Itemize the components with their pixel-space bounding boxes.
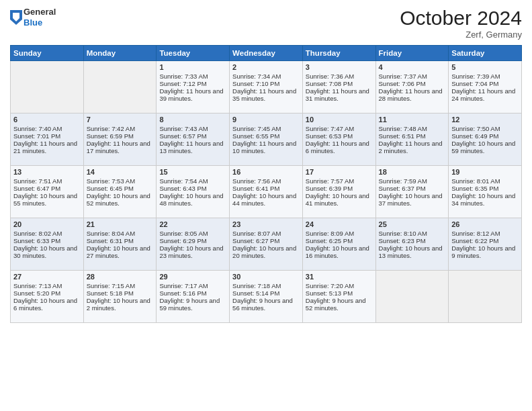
sunrise-text: Sunrise: 7:47 AM (306, 125, 354, 132)
calendar-cell: 10Sunrise: 7:47 AMSunset: 6:53 PMDayligh… (302, 113, 375, 166)
sunset-text: Sunset: 6:27 PM (232, 237, 279, 244)
header-cell-sunday: Sunday (11, 46, 84, 61)
daylight-text: Daylight: 10 hours and 6 minutes. (13, 297, 77, 312)
sunrise-text: Sunrise: 7:33 AM (159, 73, 208, 80)
sunrise-text: Sunrise: 7:56 AM (232, 177, 281, 185)
calendar-cell: 7Sunrise: 7:42 AMSunset: 6:59 PMDaylight… (83, 113, 157, 166)
calendar-cell: 13Sunrise: 7:51 AMSunset: 6:47 PMDayligh… (11, 166, 84, 218)
daylight-text: Daylight: 10 hours and 41 minutes. (306, 192, 369, 207)
header-cell-wednesday: Wednesday (230, 46, 303, 61)
sunset-text: Sunset: 7:01 PM (13, 132, 60, 140)
daylight-text: Daylight: 10 hours and 48 minutes. (159, 192, 223, 207)
calendar-cell: 25Sunrise: 8:10 AMSunset: 6:23 PMDayligh… (375, 218, 449, 271)
calendar-cell: 6Sunrise: 7:40 AMSunset: 7:01 PMDaylight… (11, 113, 84, 166)
calendar-cell: 27Sunrise: 7:13 AMSunset: 5:20 PMDayligh… (11, 271, 84, 323)
day-number: 10 (306, 116, 373, 124)
sunrise-text: Sunrise: 8:02 AM (13, 230, 62, 237)
header-cell-tuesday: Tuesday (157, 46, 230, 61)
daylight-text: Daylight: 10 hours and 9 minutes. (451, 244, 515, 259)
sunset-text: Sunset: 5:16 PM (159, 289, 206, 297)
daylight-text: Daylight: 11 hours and 35 minutes. (232, 87, 296, 102)
daylight-text: Daylight: 9 hours and 52 minutes. (306, 297, 366, 312)
sunset-text: Sunset: 7:08 PM (306, 80, 353, 87)
calendar-cell: 4Sunrise: 7:37 AMSunset: 7:06 PMDaylight… (375, 61, 449, 113)
daylight-text: Daylight: 10 hours and 23 minutes. (159, 244, 223, 259)
calendar-cell: 14Sunrise: 7:53 AMSunset: 6:45 PMDayligh… (83, 166, 157, 218)
sunset-text: Sunset: 5:18 PM (87, 289, 134, 297)
calendar-cell (11, 61, 84, 113)
header-cell-thursday: Thursday (302, 46, 375, 61)
sunrise-text: Sunrise: 8:10 AM (379, 230, 427, 237)
week-row-4: 20Sunrise: 8:02 AMSunset: 6:33 PMDayligh… (11, 218, 522, 271)
sunrise-text: Sunrise: 8:12 AM (451, 230, 500, 237)
day-number: 9 (232, 116, 300, 124)
day-number: 28 (87, 273, 154, 281)
sunrise-text: Sunrise: 7:17 AM (159, 282, 208, 289)
sunset-text: Sunset: 6:35 PM (451, 185, 498, 192)
sunrise-text: Sunrise: 7:53 AM (87, 177, 135, 185)
calendar-cell (83, 61, 157, 113)
calendar-cell: 5Sunrise: 7:39 AMSunset: 7:04 PMDaylight… (449, 61, 522, 113)
daylight-text: Daylight: 11 hours and 21 minutes. (13, 140, 77, 154)
calendar-cell: 12Sunrise: 7:50 AMSunset: 6:49 PMDayligh… (449, 113, 522, 166)
sunrise-text: Sunrise: 8:07 AM (232, 230, 281, 237)
calendar-cell: 18Sunrise: 7:59 AMSunset: 6:37 PMDayligh… (375, 166, 449, 218)
title-block: October 2024 Zerf, Germany (400, 7, 522, 40)
daylight-text: Daylight: 11 hours and 28 minutes. (379, 87, 443, 102)
calendar-cell: 16Sunrise: 7:56 AMSunset: 6:41 PMDayligh… (230, 166, 303, 218)
daylight-text: Daylight: 11 hours and 10 minutes. (232, 140, 296, 154)
sunrise-text: Sunrise: 7:18 AM (232, 282, 281, 289)
calendar-cell: 20Sunrise: 8:02 AMSunset: 6:33 PMDayligh… (11, 218, 84, 271)
sunset-text: Sunset: 7:10 PM (232, 80, 279, 87)
day-number: 5 (451, 63, 519, 71)
calendar-table: SundayMondayTuesdayWednesdayThursdayFrid… (10, 45, 522, 323)
calendar-cell: 15Sunrise: 7:54 AMSunset: 6:43 PMDayligh… (157, 166, 230, 218)
sunset-text: Sunset: 6:43 PM (159, 185, 206, 192)
calendar-cell: 28Sunrise: 7:15 AMSunset: 5:18 PMDayligh… (83, 271, 157, 323)
sunrise-text: Sunrise: 7:39 AM (451, 73, 500, 80)
sunset-text: Sunset: 5:14 PM (232, 289, 279, 297)
day-number: 18 (379, 168, 446, 176)
day-number: 4 (379, 63, 446, 71)
sunset-text: Sunset: 6:55 PM (232, 132, 279, 140)
calendar-cell: 11Sunrise: 7:48 AMSunset: 6:51 PMDayligh… (375, 113, 449, 166)
sunset-text: Sunset: 5:20 PM (13, 289, 60, 297)
calendar-cell: 24Sunrise: 8:09 AMSunset: 6:25 PMDayligh… (302, 218, 375, 271)
sunrise-text: Sunrise: 8:05 AM (159, 230, 208, 237)
day-number: 22 (159, 220, 226, 228)
daylight-text: Daylight: 10 hours and 13 minutes. (379, 244, 443, 259)
day-number: 2 (232, 63, 300, 71)
day-number: 1 (159, 63, 226, 71)
calendar-cell (375, 271, 449, 323)
sunset-text: Sunset: 6:33 PM (13, 237, 60, 244)
daylight-text: Daylight: 10 hours and 55 minutes. (13, 192, 77, 207)
day-number: 31 (306, 273, 373, 281)
daylight-text: Daylight: 10 hours and 52 minutes. (87, 192, 150, 207)
calendar-cell: 30Sunrise: 7:18 AMSunset: 5:14 PMDayligh… (230, 271, 303, 323)
daylight-text: Daylight: 10 hours and 27 minutes. (87, 244, 150, 259)
daylight-text: Daylight: 9 hours and 59 minutes. (159, 297, 220, 312)
daylight-text: Daylight: 10 hours and 34 minutes. (451, 192, 515, 207)
sunrise-text: Sunrise: 7:37 AM (379, 73, 427, 80)
day-number: 21 (87, 220, 154, 228)
sunrise-text: Sunrise: 7:50 AM (451, 125, 500, 132)
day-number: 27 (13, 273, 81, 281)
calendar-cell: 23Sunrise: 8:07 AMSunset: 6:27 PMDayligh… (230, 218, 303, 271)
sunrise-text: Sunrise: 7:15 AM (87, 282, 135, 289)
sunset-text: Sunset: 6:45 PM (87, 185, 134, 192)
sunset-text: Sunset: 6:47 PM (13, 185, 60, 192)
daylight-text: Daylight: 10 hours and 59 minutes. (451, 140, 515, 154)
daylight-text: Daylight: 11 hours and 2 minutes. (379, 140, 443, 154)
sunset-text: Sunset: 6:29 PM (159, 237, 206, 244)
calendar-cell: 9Sunrise: 7:45 AMSunset: 6:55 PMDaylight… (230, 113, 303, 166)
day-number: 15 (159, 168, 226, 176)
daylight-text: Daylight: 9 hours and 56 minutes. (232, 297, 293, 312)
sunset-text: Sunset: 7:06 PM (379, 80, 426, 87)
sunset-text: Sunset: 7:04 PM (451, 80, 498, 87)
day-number: 30 (232, 273, 300, 281)
page: General Blue October 2024 Zerf, Germany … (0, 0, 532, 411)
sunrise-text: Sunrise: 7:57 AM (306, 177, 354, 185)
sunset-text: Sunset: 6:37 PM (379, 185, 426, 192)
sunrise-text: Sunrise: 7:43 AM (159, 125, 208, 132)
sunrise-text: Sunrise: 8:04 AM (87, 230, 135, 237)
